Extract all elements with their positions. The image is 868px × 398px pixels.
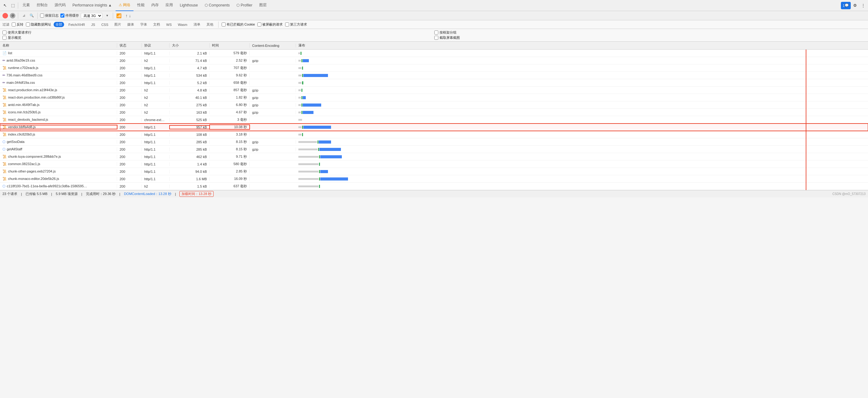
table-row[interactable]: ⬡getSsoData 200 http/1.1 285 kB 8.15 秒 g…: [0, 138, 868, 146]
filter-js[interactable]: JS: [89, 23, 97, 27]
large-rows-label[interactable]: 使用大量请求行: [2, 30, 434, 35]
invert-checkbox-label[interactable]: 反转: [12, 22, 24, 27]
chat-badge[interactable]: 1 💬: [841, 2, 851, 9]
preserve-log-checkbox[interactable]: [40, 13, 44, 18]
th-protocol[interactable]: 协议: [142, 43, 169, 48]
td-gantt: [296, 147, 868, 152]
filter-img[interactable]: 图片: [113, 22, 123, 27]
tab-elements[interactable]: 元素: [20, 0, 33, 11]
table-row[interactable]: ✏antd.06a39e19.css 200 h2 71.4 kB 2.52 秒…: [0, 57, 868, 64]
table-row[interactable]: 📜react-dom.production.min.cd38b86f.js 20…: [0, 94, 868, 101]
table-row[interactable]: ⬡getAllStaff 200 http/1.1 285 kB 8.15 秒 …: [0, 146, 868, 153]
table-row[interactable]: 📜index.c9c820b0.js 200 http/1.1 108 kB 3…: [0, 131, 868, 138]
table-row[interactable]: 📜antd.min.4649f7ab.js 200 h2 275 kB 6.80…: [0, 101, 868, 109]
group-by-frame-checkbox[interactable]: [434, 31, 438, 34]
filter-doc[interactable]: 文档: [151, 22, 162, 27]
download-button[interactable]: ↓: [129, 13, 131, 18]
filter-all[interactable]: 全部: [54, 22, 64, 27]
status-load-time: 加载时间：13.28 秒: [179, 191, 214, 197]
filter-fetch-xhr[interactable]: Fetch/XHR: [67, 23, 87, 27]
hide-data-urls-label[interactable]: 隐藏数据网址: [26, 22, 51, 27]
show-overview-checkbox[interactable]: [2, 36, 6, 40]
table-row[interactable]: 📜chunk-other-pages.eeb27204.js 200 http/…: [0, 168, 868, 175]
tab-performance[interactable]: 性能: [134, 0, 148, 11]
stop-recording-button[interactable]: [2, 13, 8, 19]
capture-screenshot-label[interactable]: 截取屏幕截图: [434, 35, 866, 40]
td-size: 1.4 kB: [169, 162, 210, 166]
table-row[interactable]: ✏main.044df19a.css 200 http/1.1 5.2 kB 6…: [0, 79, 868, 87]
throttle-select[interactable]: 高速 3G 快速 3G 无限制: [81, 13, 102, 19]
table-row[interactable]: 📜icons.min.fcb250b5.js 200 h2 163 kB 4.6…: [0, 109, 868, 116]
filter-ws[interactable]: WS: [164, 23, 174, 27]
search-icon[interactable]: 🔍: [29, 13, 35, 19]
table-row[interactable]: 📜react.production.min.a19f443e.js 200 h2…: [0, 87, 868, 94]
table-row[interactable]: 📜runtime.c702eacb.js 200 http/1.1 4.7 kB…: [0, 64, 868, 72]
th-waterfall[interactable]: 瀑布: [296, 43, 868, 48]
preserve-log-label[interactable]: 保留日志: [40, 13, 59, 18]
filter-font[interactable]: 字体: [138, 22, 149, 27]
filter-other[interactable]: 其他: [205, 22, 215, 27]
hide-data-urls-checkbox[interactable]: [26, 23, 30, 27]
table-row[interactable]: ✏736.main.46d0bed9.css 200 http/1.1 534 …: [0, 72, 868, 79]
td-name: 📜chunk-other-pages.eeb27204.js: [0, 169, 117, 173]
td-status: 200: [117, 170, 142, 173]
group-by-frame-label[interactable]: 按框架分组: [434, 30, 866, 35]
td-status: 200: [117, 81, 142, 85]
td-status: 200: [117, 96, 142, 100]
wifi-icon[interactable]: 📶: [116, 13, 122, 19]
blocked-cookies-checkbox[interactable]: [222, 23, 226, 27]
blocked-requests-checkbox[interactable]: [257, 23, 261, 27]
filter-wasm[interactable]: Wasm: [176, 23, 189, 27]
filter-manifest[interactable]: 清单: [192, 22, 202, 27]
status-divider4: |: [119, 192, 120, 196]
td-gantt: [296, 162, 868, 167]
tab-application[interactable]: 应用: [162, 0, 176, 11]
tab-performance-insights[interactable]: Performance insights ▲: [69, 0, 115, 11]
th-status[interactable]: 状态: [117, 43, 142, 48]
tab-profiler[interactable]: ⬡ Profiler: [233, 0, 255, 11]
th-time[interactable]: 时间: [210, 43, 250, 48]
tab-console[interactable]: 控制台: [34, 0, 51, 11]
table-row[interactable]: 📜common.08232ac1.js 200 http/1.1 1.4 kB …: [0, 161, 868, 168]
tab-network[interactable]: ⚠ 网络: [116, 0, 133, 11]
settings-icon[interactable]: ⚙: [851, 2, 859, 9]
table-row[interactable]: 📜chunk-monaco-editor.20de5b26.js 200 htt…: [0, 175, 868, 183]
cursor-icon[interactable]: ↖: [1, 2, 9, 9]
td-name: 📜vendor.bbffa4d8.js: [0, 125, 117, 129]
tab-layers[interactable]: 图层: [256, 0, 270, 11]
large-rows-checkbox[interactable]: [2, 31, 6, 34]
table-row[interactable]: 📜chunk-tuya-component.28fbbb7e.js 200 ht…: [0, 153, 868, 161]
th-name[interactable]: 名称: [0, 43, 117, 48]
td-size: 534 kB: [169, 74, 210, 77]
show-overview-label[interactable]: 显示概览: [2, 35, 434, 40]
filter-css[interactable]: CSS: [99, 23, 110, 27]
table-row[interactable]: 📄list 200 http/1.1 2.1 kB 579 毫秒: [0, 49, 868, 57]
tab-components[interactable]: ⬡ Components: [202, 0, 233, 11]
third-party-checkbox[interactable]: [285, 23, 289, 27]
more-icon[interactable]: ⋮: [859, 2, 867, 9]
disable-cache-label[interactable]: 停用缓存: [60, 13, 79, 18]
upload-download-group: ↑ ↓: [125, 13, 131, 18]
tab-memory[interactable]: 内存: [148, 0, 162, 11]
clear-button[interactable]: ⊘: [10, 13, 16, 19]
filter-icon[interactable]: ⊿: [21, 13, 27, 19]
td-encoding: gzip: [250, 103, 296, 107]
capture-screenshot-checkbox[interactable]: [434, 36, 438, 40]
invert-checkbox[interactable]: [12, 23, 16, 27]
upload-button[interactable]: ↑: [125, 13, 128, 18]
tab-sources[interactable]: 源代码: [52, 0, 69, 11]
third-party-label[interactable]: 第三方请求: [285, 22, 307, 27]
table-row[interactable]: 📜react_devtools_backend.js 200 chrome-ex…: [0, 116, 868, 124]
th-size[interactable]: 大小: [169, 43, 210, 48]
disable-cache-checkbox[interactable]: [60, 13, 64, 18]
filter-media[interactable]: 媒体: [125, 22, 136, 27]
table-row-selected[interactable]: 📜vendor.bbffa4d8.js 200 http/1.1 957 kB …: [0, 124, 868, 131]
table-row[interactable]: ⬡c118f100-7bd1-11ea-be8a-afe9921c3d8a-15…: [0, 183, 868, 190]
blocked-cookies-label[interactable]: 有已拦截的 Cookie: [222, 22, 255, 27]
throttle-dropdown-icon[interactable]: ▾: [104, 13, 110, 19]
divider1: [18, 2, 18, 9]
th-encoding[interactable]: Content-Encoding: [250, 44, 296, 47]
blocked-requests-label[interactable]: 被屏蔽的请求: [257, 22, 283, 27]
tab-lighthouse[interactable]: Lighthouse: [177, 0, 201, 11]
inspect-icon[interactable]: ⬚: [9, 2, 17, 9]
